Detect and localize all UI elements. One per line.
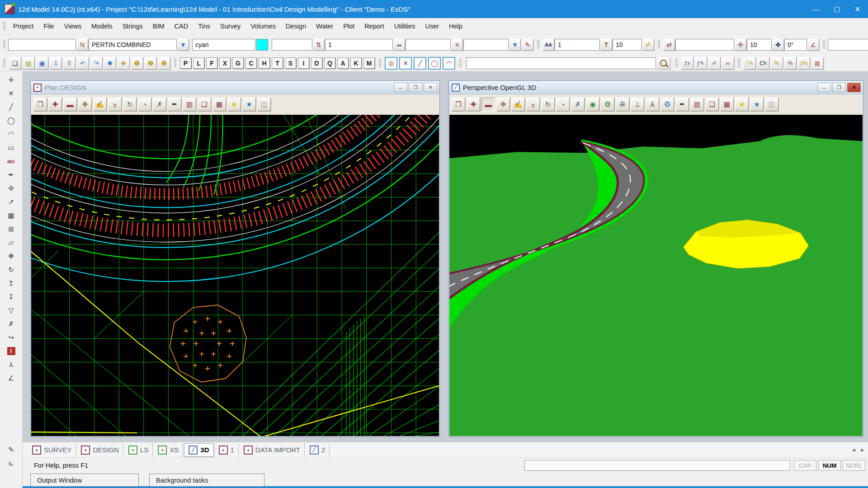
save-icon[interactable]: ▣ [36, 57, 48, 70]
join-string-icon[interactable]: ↪ [4, 331, 19, 344]
snap-letter-button[interactable]: T [272, 57, 283, 69]
grid-icon[interactable]: ▦ [4, 209, 19, 222]
File[interactable]: File [38, 19, 59, 34]
text-justify-icon[interactable]: AA [542, 39, 554, 51]
stake-pencil-icon[interactable]: ⊾ [4, 458, 19, 468]
fit-window-icon[interactable]: ❐ [33, 98, 47, 111]
perspective-window-titlebar[interactable]: ╱ Perspective OpenGL 3D – ❐ ✕ [449, 81, 863, 94]
zoom-in-icon[interactable]: ✚ [48, 98, 62, 111]
snap-letter-button[interactable]: P [180, 57, 191, 69]
weight-input[interactable] [325, 39, 393, 51]
delete-views-icon[interactable]: ✗ [153, 98, 166, 111]
swap-axes-icon[interactable]: ⇄ [663, 39, 675, 51]
colour-swatch[interactable] [256, 39, 268, 51]
zoom-prev-icon[interactable]: ± [526, 98, 540, 111]
open-model-folder-icon[interactable]: ❖ [117, 57, 130, 70]
raise-string-icon[interactable]: ↥ [4, 277, 19, 290]
perspective-minimize-button[interactable]: – [817, 83, 831, 92]
snap-letter-button[interactable]: F [206, 57, 217, 69]
favourite-blue-star-icon[interactable]: ★ [242, 98, 256, 111]
function-edit-icon[interactable]: ƒ✎ [694, 57, 707, 70]
view-tab[interactable]: ≈ LS [124, 443, 153, 457]
delete-icon[interactable]: ✕ [4, 87, 19, 100]
Utilities[interactable]: Utilities [389, 19, 420, 34]
view-tab[interactable]: ╱ 3D [184, 443, 213, 457]
snap-letter-button[interactable]: G [232, 57, 244, 69]
Plot[interactable]: Plot [338, 19, 359, 34]
Project[interactable]: Project [8, 19, 38, 34]
model-input[interactable] [89, 39, 177, 51]
pinwheel-arrow-icon[interactable]: ✤ [772, 39, 784, 51]
snap-letter-button[interactable]: X [219, 57, 231, 69]
plot-icon[interactable]: ▥ [690, 98, 704, 111]
snap-letter-button[interactable]: A [337, 57, 349, 69]
background-tasks-button[interactable]: Background tasks [149, 474, 264, 487]
snap-letter-button[interactable]: C [245, 57, 257, 69]
linestyle-list-icon[interactable]: ≡ [451, 39, 463, 51]
measure-icon[interactable]: ↗ [4, 195, 19, 209]
view-brush-icon[interactable]: ✒ [675, 98, 689, 111]
User[interactable]: User [420, 19, 444, 34]
zoom-extents-icon[interactable]: ✥ [78, 98, 92, 111]
copy-view-icon[interactable]: ❑ [705, 98, 719, 111]
split-window-icon[interactable]: ◫ [765, 98, 778, 111]
angle-icon[interactable]: ∠ [4, 371, 19, 385]
zoom-out-icon[interactable]: ▬ [63, 98, 77, 111]
interface-icon[interactable]: I [7, 347, 15, 355]
fit-window-icon[interactable]: ❐ [452, 98, 465, 111]
split-window-icon[interactable]: ◫ [257, 98, 271, 111]
line-snap-icon[interactable]: ╱ [414, 57, 426, 70]
settings-gear-icon[interactable]: ✺ [104, 57, 116, 70]
text-style-input[interactable] [555, 39, 600, 51]
favourites-input[interactable] [828, 39, 868, 51]
export-data-icon[interactable]: ⇧ [63, 57, 75, 70]
arc-snap-icon[interactable]: ◠ [443, 57, 455, 70]
Design[interactable]: Design [281, 19, 311, 34]
snap-letter-button[interactable]: I [298, 57, 309, 69]
search-magnifier-icon[interactable] [656, 57, 670, 70]
snap-letter-button[interactable]: K [350, 57, 362, 69]
Tins[interactable]: Tins [193, 19, 215, 34]
snap-letter-button[interactable]: M [363, 57, 375, 69]
cad-text-icon[interactable]: abc [4, 155, 19, 168]
Strings[interactable]: Strings [118, 19, 148, 34]
view-tab[interactable]: + DATA IMPORT [240, 443, 305, 457]
colour-input[interactable] [192, 39, 255, 51]
z-grade-icon[interactable]: z% [797, 57, 810, 70]
zoom-out-icon[interactable]: ▬ [481, 98, 495, 111]
function-a-icon[interactable]: ƒx [681, 57, 693, 70]
plan-minimize-button[interactable]: – [394, 83, 407, 92]
perspective-restore-button[interactable]: ❐ [832, 83, 846, 92]
z-toggle-icon[interactable]: ⇅ [313, 39, 325, 51]
pinwheel-icon[interactable]: ✣ [735, 39, 746, 51]
point-snap-icon[interactable]: ◎ [385, 57, 397, 70]
view-brush-icon[interactable]: ✒ [168, 98, 181, 111]
trapezoid-icon[interactable]: ▽ [4, 304, 19, 317]
walk-icon[interactable]: ⅄ [646, 98, 659, 111]
snap-letter-button[interactable]: H [259, 57, 270, 69]
draw-rectangle-icon[interactable]: ▭ [4, 141, 19, 155]
string-inquire-icon[interactable]: ┆✎ [743, 57, 756, 70]
BIM[interactable]: BIM [148, 19, 170, 34]
orbit-icon[interactable]: ❂ [601, 98, 614, 111]
dropper-icon[interactable]: ✎ [522, 39, 533, 51]
favourite-yellow-star-icon[interactable]: ★ [227, 98, 241, 111]
lower-string-icon[interactable]: ↧ [4, 290, 19, 304]
draw-line-icon[interactable]: ╱ [4, 100, 19, 114]
grid-zoom-icon[interactable]: ⊞ [4, 222, 19, 236]
Volumes[interactable]: Volumes [245, 19, 281, 34]
profile-pencil-icon[interactable]: ✎ [4, 445, 19, 455]
Survey[interactable]: Survey [215, 19, 245, 34]
zoom-prev-icon[interactable]: ± [108, 98, 122, 111]
angle-input[interactable] [784, 39, 807, 51]
cad-text-input[interactable] [8, 39, 76, 51]
perspective-canvas[interactable] [449, 115, 863, 436]
open-project-icon[interactable]: ▤ [22, 57, 35, 70]
traverse-icon[interactable]: ⅄ [4, 358, 19, 371]
select-move-icon[interactable]: ✛ [4, 73, 19, 87]
zoom-refresh-icon[interactable]: ↻ [123, 98, 137, 111]
zoom-mode-icon[interactable]: ◔ [556, 98, 570, 111]
perspective-close-button[interactable]: ✕ [847, 83, 861, 92]
models-list-icon[interactable]: ▴▴ [393, 39, 405, 51]
plumb-icon[interactable]: ⊥ [631, 98, 644, 111]
